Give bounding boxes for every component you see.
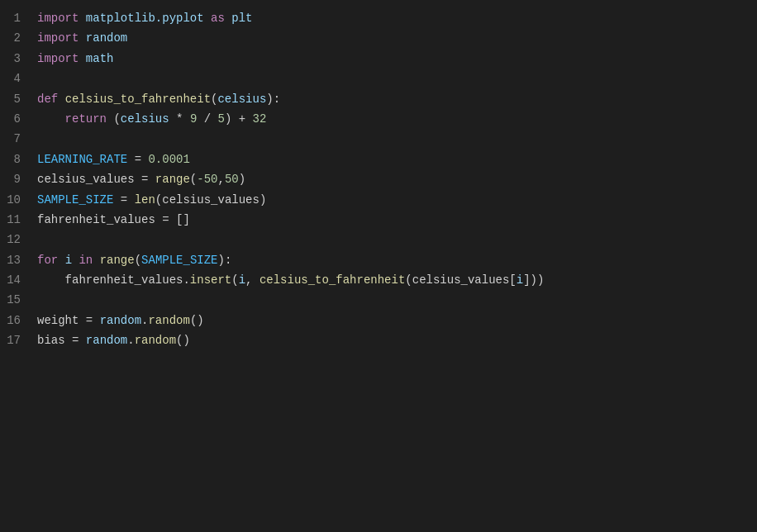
line-number: 15 xyxy=(0,291,37,309)
code-line: 17bias = random.random() xyxy=(0,330,757,350)
token-text-default xyxy=(58,93,64,106)
token-module-name: random xyxy=(86,334,127,347)
code-line: 14 fahrenheit_values.insert(i, celsius_t… xyxy=(0,270,757,290)
token-number: 0.0001 xyxy=(148,153,189,166)
token-text-default xyxy=(79,314,85,327)
line-number: 8 xyxy=(0,150,37,169)
token-number: 32 xyxy=(253,112,267,126)
line-content: fahrenheit_values.insert(i, celsius_to_f… xyxy=(37,271,757,289)
token-kw-return: return xyxy=(65,112,107,126)
token-punctuation: [] xyxy=(176,213,190,226)
token-func-name: random xyxy=(148,314,189,327)
token-punctuation: () xyxy=(190,314,204,327)
token-param: i xyxy=(517,273,523,287)
token-text-default xyxy=(58,254,64,267)
line-content: weight = random.random() xyxy=(37,311,757,330)
token-text-default xyxy=(204,12,211,25)
token-text-default xyxy=(37,112,65,126)
token-number: 50 xyxy=(225,173,239,186)
code-line: 15 xyxy=(0,290,757,310)
token-operator: = xyxy=(86,314,93,327)
token-module-name: random xyxy=(100,314,141,327)
token-punctuation: ( xyxy=(155,193,162,207)
line-number: 3 xyxy=(0,50,37,68)
token-module-name: random xyxy=(86,31,127,45)
token-punctuation: [ xyxy=(509,273,516,287)
token-punctuation: ( xyxy=(113,112,120,126)
token-text-default: weight xyxy=(37,314,79,327)
code-line: 6 return (celsius * 9 / 5) + 32 xyxy=(0,109,757,129)
line-content: fahrenheit_values = [] xyxy=(37,211,757,229)
token-punctuation: ) xyxy=(239,173,245,186)
token-param: celsius xyxy=(121,112,169,126)
token-text-default xyxy=(245,112,252,126)
token-punctuation: , xyxy=(217,173,224,186)
line-content: SAMPLE_SIZE = len(celsius_values) xyxy=(37,191,757,209)
token-const-var: LEARNING_RATE xyxy=(37,153,127,166)
line-content: import matplotlib.pyplot as plt xyxy=(37,9,757,27)
token-func-name: random xyxy=(135,334,176,347)
line-content: def celsius_to_fahrenheit(celsius): xyxy=(37,90,757,108)
token-text-default xyxy=(65,334,72,347)
token-text-default xyxy=(169,213,176,226)
code-line: 7 xyxy=(0,129,757,149)
token-text-default xyxy=(93,314,99,327)
line-number: 11 xyxy=(0,211,37,229)
code-line: 2import random xyxy=(0,28,757,48)
token-param: i xyxy=(65,254,72,267)
token-text-default xyxy=(79,31,85,45)
token-text-default xyxy=(155,213,162,226)
line-number: 1 xyxy=(0,9,37,27)
token-text-default xyxy=(79,12,85,25)
token-number: 5 xyxy=(218,112,225,126)
code-line: 9celsius_values = range(-50,50) xyxy=(0,169,757,189)
token-text-default: fahrenheit_values xyxy=(37,213,155,226)
token-kw-def: def xyxy=(37,93,58,106)
token-text-default xyxy=(127,153,134,166)
token-text-default: celsius_values xyxy=(162,193,259,207)
line-number: 13 xyxy=(0,251,37,269)
token-operator: = xyxy=(121,193,127,207)
line-number: 16 xyxy=(0,311,37,330)
code-line: 1import matplotlib.pyplot as plt xyxy=(0,8,757,28)
line-content: for i in range(SAMPLE_SIZE): xyxy=(37,251,757,269)
token-text-default xyxy=(148,173,155,186)
token-kw-import: import xyxy=(37,31,79,45)
line-number: 12 xyxy=(0,230,37,249)
token-operator: = xyxy=(162,213,169,226)
code-line: 8LEARNING_RATE = 0.0001 xyxy=(0,150,757,169)
code-editor: 1import matplotlib.pyplot as plt2import … xyxy=(0,0,757,532)
line-number: 9 xyxy=(0,170,37,188)
token-const-var: SAMPLE_SIZE xyxy=(141,254,217,267)
line-number: 14 xyxy=(0,271,37,289)
token-punctuation: , xyxy=(245,273,259,287)
line-content: return (celsius * 9 / 5) + 32 xyxy=(37,110,757,128)
token-text-default xyxy=(183,112,189,126)
line-number: 2 xyxy=(0,29,37,47)
line-content: celsius_values = range(-50,50) xyxy=(37,170,757,188)
code-line: 3import math xyxy=(0,49,757,69)
token-punctuation: . xyxy=(127,334,134,347)
line-number: 6 xyxy=(0,110,37,128)
token-punctuation: ( xyxy=(405,273,412,287)
token-punctuation: () xyxy=(176,334,190,347)
token-text-default: fahrenheit_values. xyxy=(37,273,190,287)
line-number: 4 xyxy=(0,69,37,88)
token-param: i xyxy=(239,273,245,287)
token-text-default xyxy=(169,112,176,126)
token-text-default xyxy=(93,254,99,267)
token-func-name: insert xyxy=(190,273,231,287)
token-text-default xyxy=(79,52,85,65)
token-text-default: celsius_values xyxy=(37,173,135,186)
token-punctuation: ( xyxy=(135,254,141,267)
token-func-name: celsius_to_fahrenheit xyxy=(259,273,405,287)
token-operator: = xyxy=(135,153,141,166)
line-content: import math xyxy=(37,50,757,68)
token-kw-for: for xyxy=(37,254,58,267)
token-text-default xyxy=(79,334,85,347)
line-content: import random xyxy=(37,29,757,47)
line-content: bias = random.random() xyxy=(37,331,757,349)
token-alias: plt xyxy=(231,12,252,25)
token-kw-in: in xyxy=(79,254,93,267)
code-line: 4 xyxy=(0,69,757,88)
